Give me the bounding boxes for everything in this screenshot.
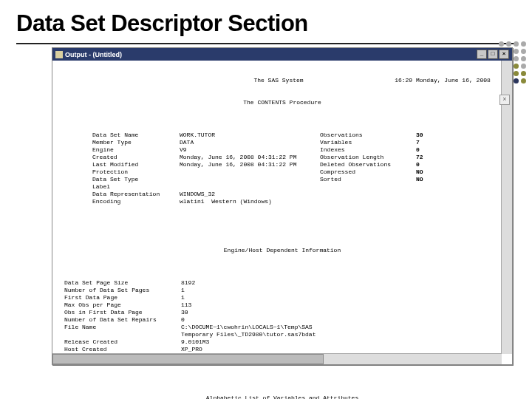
close-button[interactable]: × [499, 50, 509, 59]
procedure-name: The CONTENTS Procedure [57, 99, 508, 106]
desc-value: WINDOWS_32 [180, 191, 320, 198]
desc-label: Last Modified [92, 161, 180, 168]
run-datetime: 16:29 Monday, June 16, 2008 [395, 77, 491, 83]
output-content: The SAS System 16:29 Monday, June 16, 20… [52, 61, 512, 365]
desc-label: Data Representation [92, 191, 180, 198]
engine-value: XP_PRO [181, 346, 508, 353]
desc-value: WORK.TUTOR [180, 132, 320, 139]
engine-value: 1 [181, 294, 508, 301]
desc-label: Data Set Type [92, 176, 180, 183]
desc-value [180, 176, 320, 183]
desc-label: Variables [320, 139, 416, 146]
engine-label: First Data Page [64, 294, 181, 301]
engine-value: 8192 [181, 279, 508, 287]
desc-label: Compressed [320, 168, 416, 176]
page-title: Data Set Descriptor Section [0, 0, 532, 43]
engine-value: 0 [181, 316, 508, 324]
desc-value: 0 [416, 161, 446, 168]
engine-value: Temporary Files\_TD2980\tutor.sas7bdat [181, 331, 508, 338]
engine-value: 30 [181, 309, 508, 316]
desc-value: DATA [180, 139, 320, 146]
desc-label: Member Type [92, 139, 180, 146]
engine-value: 113 [181, 301, 508, 309]
variables-section-title: Alphabetic List of Variables and Attribu… [57, 395, 508, 399]
engine-label: Obs in First Data Page [64, 309, 181, 316]
desc-value: 72 [416, 154, 446, 161]
overlay-close-icon[interactable]: × [499, 95, 510, 105]
window-title: Output - (Untitled) [65, 51, 122, 58]
desc-value: 30 [416, 132, 446, 139]
desc-value: NO [416, 176, 446, 183]
desc-value: 7 [416, 139, 446, 146]
title-underline [16, 43, 517, 44]
engine-label: Data Set Page Size [64, 279, 181, 287]
desc-value: Monday, June 16, 2008 04:31:22 PM [180, 154, 320, 161]
engine-section-title: Engine/Host Dependent Information [57, 247, 508, 254]
engine-label: Host Created [64, 346, 181, 353]
engine-label: Number of Data Set Repairs [64, 316, 181, 324]
desc-value: Monday, June 16, 2008 04:31:22 PM [180, 161, 320, 168]
desc-label: Encoding [92, 198, 180, 205]
descriptor-block: Data Set NameMember TypeEngineCreatedLas… [57, 132, 508, 205]
desc-label: Data Set Name [92, 132, 180, 139]
engine-block: Data Set Page SizeNumber of Data Set Pag… [57, 279, 508, 353]
desc-value: 0 [416, 146, 446, 154]
engine-label: File Name [64, 324, 181, 331]
desc-value: NO [416, 168, 446, 176]
output-window: Output - (Untitled) _ □ × The SAS System… [52, 47, 513, 365]
engine-label: Number of Data Set Pages [64, 287, 181, 294]
engine-label: Max Obs per Page [64, 301, 181, 309]
engine-value: 1 [181, 287, 508, 294]
scrollbar-thumb[interactable] [52, 354, 324, 364]
desc-value: wlatin1 Western (Windows) [180, 198, 320, 205]
desc-label: Deleted Observations [320, 161, 416, 168]
engine-value: 9.0101M3 [181, 338, 508, 346]
desc-value: V9 [180, 146, 320, 154]
desc-label: Protection [92, 168, 180, 176]
desc-value [180, 183, 320, 191]
desc-label: Observations [320, 132, 416, 139]
sas-system-label: The SAS System [175, 77, 382, 84]
desc-label: Created [92, 154, 180, 161]
window-titlebar[interactable]: Output - (Untitled) _ □ × [52, 48, 512, 61]
desc-value [180, 168, 320, 176]
desc-label: Indexes [320, 146, 416, 154]
desc-label: Sorted [320, 176, 416, 183]
engine-label: Release Created [64, 338, 181, 346]
horizontal-scrollbar[interactable] [52, 353, 502, 364]
desc-label: Label [92, 183, 180, 191]
window-icon [55, 51, 63, 58]
engine-label [64, 331, 181, 338]
desc-label: Observation Length [320, 154, 416, 161]
desc-label: Engine [92, 146, 180, 154]
minimize-button[interactable]: _ [477, 50, 487, 59]
engine-value: C:\DOCUME~1\cwohrin\LOCALS~1\Temp\SAS [181, 324, 508, 331]
maximize-button[interactable]: □ [488, 50, 498, 59]
